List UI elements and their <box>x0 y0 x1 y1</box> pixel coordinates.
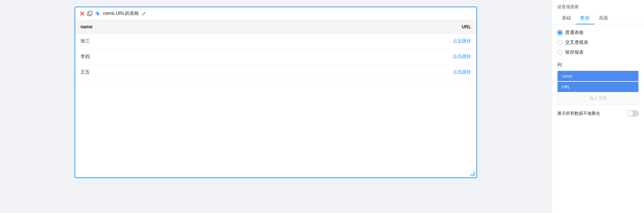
radio-normal-circle <box>557 30 563 35</box>
cell-url[interactable]: 点击跳转 <box>251 49 476 65</box>
right-sidebar: 设置项搜索 基础 数据 高级 普通表格 交叉透视表 留存报表 列 name UR… <box>552 0 644 213</box>
sidebar-tabs: 基础 数据 高级 <box>552 13 644 24</box>
main-area: name,URL的表格 name URL 张三点击跳转李四点击跳转王五点击跳转 <box>0 0 552 213</box>
radio-cross-circle <box>557 40 563 45</box>
columns-area: name URL 拖入字段 <box>557 71 639 105</box>
columns-section-title: 列 <box>557 62 639 68</box>
col-header-name: name <box>75 20 251 34</box>
data-table: name URL 张三点击跳转李四点击跳转王五点击跳转 <box>75 20 476 80</box>
edit-icon[interactable] <box>142 11 146 16</box>
widget-title: name,URL的表格 <box>103 11 139 16</box>
drag-placeholder: 拖入字段 <box>558 92 638 105</box>
table-row: 王五点击跳转 <box>75 65 476 80</box>
sidebar-search-label: 设置项搜索 <box>552 0 644 10</box>
cell-name: 李四 <box>75 49 251 65</box>
tab-basic[interactable]: 基础 <box>557 13 576 24</box>
table-header-row: name URL <box>75 20 476 34</box>
tab-data[interactable]: 数据 <box>576 13 594 24</box>
table-row: 李四点击跳转 <box>75 49 476 65</box>
radio-cross[interactable]: 交叉透视表 <box>557 40 639 46</box>
col-header-url: URL <box>251 20 476 34</box>
tab-advanced[interactable]: 高级 <box>594 13 613 24</box>
cell-name: 王五 <box>75 65 251 80</box>
radio-normal[interactable]: 普通表格 <box>557 30 639 36</box>
cross-icon[interactable] <box>95 11 100 16</box>
sidebar-content: 普通表格 交叉透视表 留存报表 列 name URL 拖入字段 展示所有数据不做… <box>552 24 644 213</box>
radio-retain[interactable]: 留存报表 <box>557 49 639 55</box>
url-link[interactable]: 点击跳转 <box>453 38 471 44</box>
url-link[interactable]: 点击跳转 <box>453 54 471 59</box>
widget-header: name,URL的表格 <box>75 7 476 20</box>
url-link[interactable]: 点击跳转 <box>453 69 471 75</box>
toggle-label: 展示所有数据不做聚合 <box>557 110 600 116</box>
column-item-name[interactable]: name <box>558 71 638 81</box>
radio-retain-circle <box>557 50 563 55</box>
table-widget: name,URL的表格 name URL 张三点击跳转李四点击跳转王五点击跳转 <box>75 7 477 178</box>
radio-group: 普通表格 交叉透视表 留存报表 <box>557 30 639 55</box>
svg-rect-3 <box>89 11 92 15</box>
radio-normal-label: 普通表格 <box>565 30 584 36</box>
column-item-url[interactable]: URL <box>558 82 638 92</box>
cell-name: 张三 <box>75 34 251 49</box>
table-row: 张三点击跳转 <box>75 34 476 49</box>
radio-retain-label: 留存报表 <box>565 49 584 55</box>
toggle-row: 展示所有数据不做聚合 <box>557 110 639 117</box>
close-icon[interactable] <box>80 11 84 16</box>
toggle-switch[interactable] <box>627 110 639 117</box>
resize-handle[interactable] <box>470 171 474 175</box>
cell-url[interactable]: 点击跳转 <box>251 65 476 80</box>
copy-icon[interactable] <box>87 11 92 16</box>
cell-url[interactable]: 点击跳转 <box>251 34 476 49</box>
radio-cross-label: 交叉透视表 <box>565 40 588 46</box>
